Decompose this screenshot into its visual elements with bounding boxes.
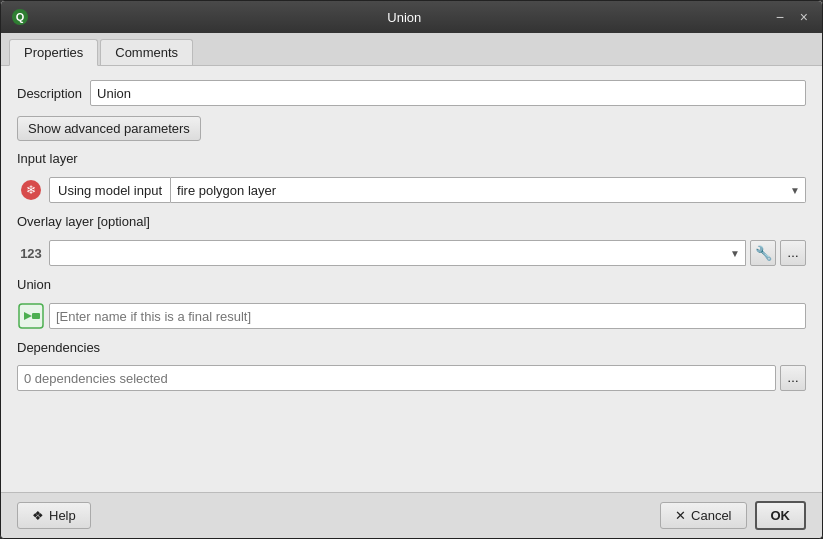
help-icon: ❖ xyxy=(32,508,44,523)
tab-comments[interactable]: Comments xyxy=(100,39,193,65)
show-advanced-button[interactable]: Show advanced parameters xyxy=(17,116,201,141)
svg-rect-6 xyxy=(32,313,40,319)
overlay-123-icon: 123 xyxy=(20,246,42,261)
footer: ❖ Help ✕ Cancel OK xyxy=(1,492,822,538)
overlay-layer-select[interactable] xyxy=(49,240,746,266)
content-area: Description Show advanced parameters Inp… xyxy=(1,66,822,492)
dependencies-section-label: Dependencies xyxy=(17,340,806,355)
help-button[interactable]: ❖ Help xyxy=(17,502,91,529)
tab-bar: Properties Comments xyxy=(1,33,822,66)
union-section-label: Union xyxy=(17,277,806,292)
deps-dots-icon: … xyxy=(787,371,799,385)
tab-properties[interactable]: Properties xyxy=(9,39,98,66)
input-layer-row: ❄ Using model input fire polygon layer ▼ xyxy=(17,176,806,204)
window-controls: − × xyxy=(772,7,812,27)
dialog-window: Q Union − × Properties Comments Descript… xyxy=(0,0,823,539)
description-row: Description xyxy=(17,80,806,106)
overlay-wrench-button[interactable]: 🔧 xyxy=(750,240,776,266)
dependencies-dots-button[interactable]: … xyxy=(780,365,806,391)
overlay-combo-wrapper: ▼ xyxy=(49,240,746,266)
input-layer-section-label: Input layer xyxy=(17,151,806,166)
description-input[interactable] xyxy=(90,80,806,106)
overlay-layer-section-label: Overlay layer [optional] xyxy=(17,214,806,229)
svg-text:❄: ❄ xyxy=(26,183,36,197)
wrench-icon: 🔧 xyxy=(755,245,772,261)
dependencies-input[interactable] xyxy=(17,365,776,391)
app-icon: Q xyxy=(11,8,29,26)
union-result-input[interactable] xyxy=(49,303,806,329)
dots-icon: … xyxy=(787,246,799,260)
cancel-x-icon: ✕ xyxy=(675,508,686,523)
overlay-icon-box: 123 xyxy=(17,239,45,267)
processing-icon: ❄ xyxy=(19,178,43,202)
titlebar: Q Union − × xyxy=(1,1,822,33)
close-button[interactable]: × xyxy=(796,7,812,27)
overlay-dots-button[interactable]: … xyxy=(780,240,806,266)
svg-text:Q: Q xyxy=(16,11,25,23)
processing-icon-box: ❄ xyxy=(17,176,45,204)
overlay-layer-row: 123 ▼ 🔧 … xyxy=(17,239,806,267)
result-arrow-icon-box xyxy=(17,302,45,330)
minimize-button[interactable]: − xyxy=(772,7,788,27)
description-label: Description xyxy=(17,86,82,101)
advanced-params-row: Show advanced parameters xyxy=(17,116,806,141)
result-arrow-icon xyxy=(18,303,44,329)
input-layer-select[interactable]: fire polygon layer xyxy=(171,177,806,203)
dependencies-row: … xyxy=(17,365,806,391)
input-layer-combo-wrapper: Using model input fire polygon layer ▼ xyxy=(49,177,806,203)
cancel-button[interactable]: ✕ Cancel xyxy=(660,502,746,529)
using-model-input-label: Using model input xyxy=(49,177,171,203)
window-title: Union xyxy=(37,10,772,25)
ok-button[interactable]: OK xyxy=(755,501,807,530)
union-result-row xyxy=(17,302,806,330)
